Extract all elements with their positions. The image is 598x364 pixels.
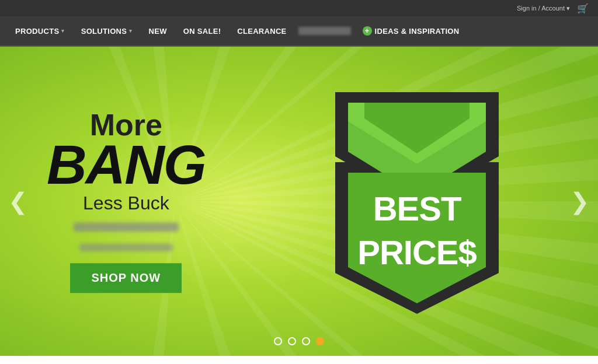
hero-badge: BEST PRICE$ — [318, 86, 516, 316]
hero-blurred-text-2 — [79, 243, 173, 251]
svg-text:PRICE$: PRICE$ — [357, 233, 477, 271]
hero-less-buck-text: Less Buck — [47, 192, 206, 214]
top-bar: Sign in / Account ▾ 🛒 — [0, 0, 598, 16]
hero-left-content: More BANG Less Buck SHOP NOW — [47, 110, 206, 293]
carousel-dot-3[interactable] — [302, 337, 310, 345]
carousel-dots — [274, 337, 324, 345]
chevron-down-icon: ▾ — [61, 28, 64, 34]
nav-item-ideas[interactable]: + IDEAS & INSPIRATION — [354, 16, 468, 46]
next-arrow[interactable]: ❯ — [566, 182, 593, 220]
plus-icon: + — [363, 26, 372, 36]
hero-banner: More BANG Less Buck SHOP NOW BEST PRICE$… — [0, 47, 598, 356]
signin-link[interactable]: Sign in / Account ▾ — [517, 5, 570, 12]
carousel-dot-4[interactable] — [316, 337, 324, 345]
hero-bang-text: BANG — [47, 140, 206, 190]
nav-item-blurred — [298, 27, 351, 35]
top-bar-right: Sign in / Account ▾ 🛒 — [517, 2, 589, 14]
navbar: PRODUCTS ▾ SOLUTIONS ▾ NEW ON SALE! CLEA… — [0, 16, 598, 47]
nav-item-onsale[interactable]: ON SALE! — [175, 16, 230, 46]
shop-now-button[interactable]: SHOP NOW — [70, 263, 182, 293]
nav-item-solutions[interactable]: SOLUTIONS ▾ — [73, 16, 141, 46]
hero-blurred-text-1 — [74, 222, 179, 232]
cart-icon[interactable]: 🛒 — [577, 2, 589, 14]
nav-item-products[interactable]: PRODUCTS ▾ — [7, 16, 73, 46]
nav-item-clearance[interactable]: CLEARANCE — [229, 16, 294, 46]
svg-text:BEST: BEST — [373, 190, 461, 228]
badge-svg: BEST PRICE$ — [318, 86, 516, 314]
prev-arrow[interactable]: ❮ — [5, 182, 32, 220]
carousel-dot-2[interactable] — [288, 337, 296, 345]
chevron-down-icon: ▾ — [129, 28, 132, 34]
carousel-dot-1[interactable] — [274, 337, 282, 345]
nav-item-new[interactable]: NEW — [141, 16, 175, 46]
